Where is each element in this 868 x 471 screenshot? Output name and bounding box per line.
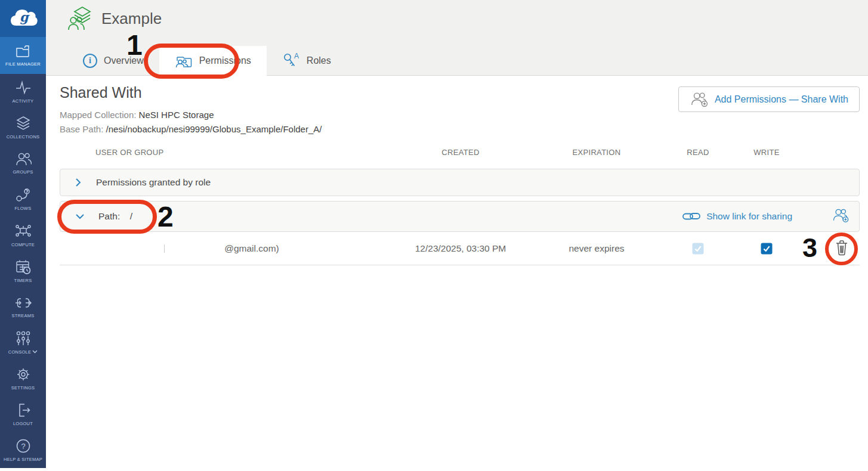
- key-icon: A: [282, 52, 300, 69]
- sidebar-item-label: FILE MANAGER: [5, 61, 41, 67]
- mapped-collection-label: Mapped Collection:: [60, 110, 136, 120]
- annotation-circle-permissions: [144, 44, 239, 79]
- add-people-icon: [832, 207, 850, 223]
- sidebar-item-flows[interactable]: FLOWS: [0, 181, 46, 217]
- sidebar-nav: ACTIVITY COLLECTIONS GROUPS: [0, 74, 46, 468]
- column-user-or-group: USER OR GROUP: [95, 148, 163, 157]
- annotation-circle-path: [57, 200, 157, 234]
- sidebar-item-label: HELP & SITEMAP: [4, 457, 42, 462]
- tab-label: Roles: [307, 55, 331, 66]
- chevron-down-icon: [32, 350, 38, 354]
- svg-text:g: g: [20, 10, 30, 24]
- sidebar-item-label: STREAMS: [11, 313, 34, 318]
- column-read: READ: [687, 148, 709, 157]
- permission-row: @gmail.com) 12/23/2025, 03:30 PM never e…: [60, 232, 860, 265]
- gear-icon: [16, 367, 31, 382]
- sidebar-item-label: ACTIVITY: [13, 98, 34, 104]
- chip-icon: [15, 222, 32, 239]
- logout-icon: [16, 402, 31, 418]
- check-icon: [694, 245, 702, 252]
- svg-text:?: ?: [21, 442, 25, 451]
- sidebar-item-timers[interactable]: TIMERS: [0, 253, 46, 289]
- sidebar-item-label: SETTINGS: [11, 385, 35, 391]
- sidebar-item-logout[interactable]: LOGOUT: [0, 396, 46, 432]
- column-created: CREATED: [441, 148, 479, 157]
- sidebar-item-settings[interactable]: SETTINGS: [0, 361, 46, 396]
- add-permission-path-button[interactable]: [832, 207, 850, 225]
- base-path-line: Base Path: /nesi/nobackup/nesi99999/Glob…: [60, 124, 322, 134]
- sidebar-item-label: FLOWS: [15, 206, 32, 211]
- globus-logo[interactable]: g: [0, 0, 46, 37]
- add-people-icon: [690, 91, 709, 107]
- sidebar-item-activity[interactable]: ACTIVITY: [0, 74, 46, 110]
- sidebar-item-streams[interactable]: STREAMS: [0, 289, 46, 325]
- user-email: @gmail.com): [224, 243, 279, 254]
- sidebar-item-label: COLLECTIONS: [7, 134, 40, 140]
- sidebar-item-help-sitemap[interactable]: ? HELP & SITEMAP: [0, 432, 46, 468]
- sidebar-item-console[interactable]: CONSOLE: [0, 325, 46, 361]
- show-link-label: Show link for sharing: [706, 211, 792, 222]
- pipeline-icon: [15, 296, 32, 310]
- base-path-label: Base Path:: [60, 124, 103, 134]
- path-row[interactable]: Path: / Show link for sharing: [60, 201, 860, 232]
- column-write: WRITE: [753, 148, 779, 157]
- read-checkbox[interactable]: [693, 243, 704, 254]
- annotation-step-3: 3: [802, 234, 817, 261]
- permissions-by-role-row[interactable]: Permissions granted by role: [60, 169, 860, 196]
- chevron-right-icon: [75, 177, 82, 188]
- cloud-logo-icon: g: [8, 7, 38, 30]
- link-icon: [682, 212, 700, 221]
- expiration-value: never expires: [569, 243, 624, 254]
- collection-title-row: Example: [67, 6, 162, 31]
- annotation-step-1: 1: [126, 31, 143, 60]
- sliders-icon: [15, 331, 32, 346]
- sidebar-item-collections[interactable]: COLLECTIONS: [0, 110, 46, 145]
- role-row-label: Permissions granted by role: [96, 177, 211, 188]
- write-checkbox[interactable]: [761, 243, 773, 254]
- sidebar-item-label: CONSOLE: [8, 349, 38, 355]
- mapped-collection-line: Mapped Collection: NeSI HPC Storage: [60, 110, 214, 120]
- sidebar-item-label: TIMERS: [14, 278, 32, 283]
- svg-text:A: A: [294, 52, 299, 60]
- annotation-circle-delete: [825, 233, 858, 265]
- tab-roles[interactable]: A Roles: [267, 46, 347, 76]
- add-permissions-button[interactable]: Add Permissions — Share With: [678, 86, 860, 112]
- redacted-user-name: [164, 244, 165, 253]
- sidebar: g FILE MANAGER ACTIVITY: [0, 0, 46, 468]
- add-permissions-label: Add Permissions — Share With: [715, 94, 848, 105]
- mapped-collection-value: NeSI HPC Storage: [139, 110, 214, 120]
- question-icon: ?: [16, 438, 31, 454]
- base-path-value: /nesi/nobackup/nesi99999/Globus_Example/…: [106, 124, 322, 134]
- calendar-clock-icon: [16, 259, 31, 275]
- page-title: Example: [101, 10, 162, 28]
- folder-icon: [15, 44, 32, 58]
- permissions-table-header: USER OR GROUP CREATED EXPIRATION READ WR…: [0, 148, 868, 157]
- sidebar-item-label: COMPUTE: [11, 242, 35, 247]
- sidebar-item-compute[interactable]: COMPUTE: [0, 217, 46, 253]
- check-icon: [763, 245, 771, 252]
- sidebar-item-file-manager[interactable]: FILE MANAGER: [0, 37, 46, 74]
- activity-icon: [16, 80, 31, 95]
- section-title: Shared With: [60, 84, 142, 101]
- layers-icon: [16, 116, 31, 131]
- flow-icon: [15, 187, 32, 203]
- globus-app: g FILE MANAGER ACTIVITY: [0, 0, 868, 471]
- sidebar-item-label: LOGOUT: [13, 421, 33, 426]
- show-link-for-sharing[interactable]: Show link for sharing: [682, 211, 792, 222]
- created-value: 12/23/2025, 03:30 PM: [415, 243, 506, 254]
- sidebar-item-label: GROUPS: [13, 169, 33, 175]
- info-icon: i: [83, 54, 97, 68]
- shared-collection-icon: [67, 6, 92, 31]
- annotation-step-2: 2: [157, 203, 174, 231]
- column-expiration: EXPIRATION: [573, 148, 621, 157]
